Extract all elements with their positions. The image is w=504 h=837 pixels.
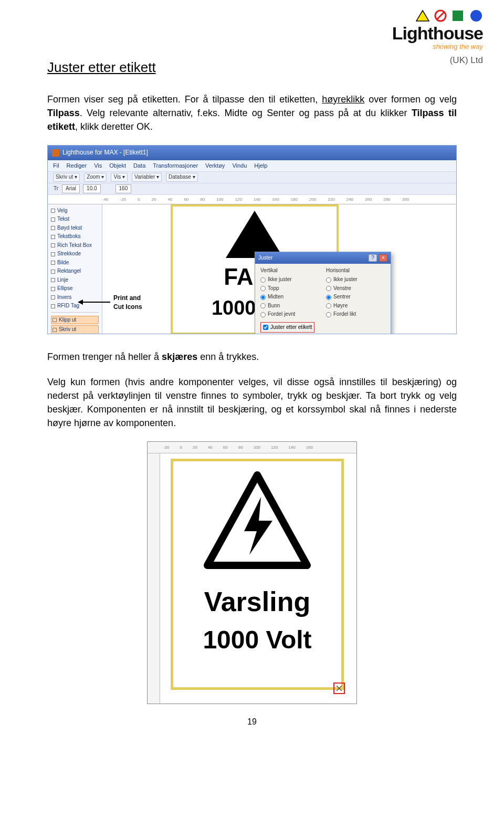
screenshot-app-window: Lighthouse for MAX - [Etikett1] FilRedig… bbox=[47, 145, 457, 334]
scissors-icon bbox=[335, 685, 343, 692]
logo-suffix: (UK) Ltd bbox=[392, 54, 483, 67]
svg-rect-5 bbox=[52, 149, 59, 157]
menubar[interactable]: FilRedigerVisObjektDataTransformasjonerV… bbox=[48, 160, 456, 172]
radio-option[interactable]: Venstre bbox=[326, 284, 385, 293]
radio-option[interactable]: Fordel jevnt bbox=[260, 310, 320, 319]
radio-option[interactable]: Midten bbox=[260, 293, 320, 302]
radio-option[interactable]: Topp bbox=[260, 284, 320, 293]
ruler-top-2: -20020406080100120140160 bbox=[148, 442, 356, 453]
toolbox-item[interactable]: Rektangel bbox=[51, 267, 99, 276]
intro-paragraph: Formen viser seg på etiketten. For å til… bbox=[47, 92, 457, 133]
menu-item[interactable]: Rediger bbox=[67, 162, 87, 170]
prohibit-icon bbox=[434, 9, 447, 22]
logo-tagline: showing the way bbox=[392, 42, 483, 52]
toolbox-item[interactable]: RFID Tag bbox=[51, 302, 99, 311]
menu-item[interactable]: Hjelp bbox=[254, 162, 267, 170]
menu-item[interactable]: Objekt bbox=[109, 162, 126, 170]
toolbar-item[interactable]: Zoom ▾ bbox=[84, 173, 107, 182]
window-titlebar: Lighthouse for MAX - [Etikett1] bbox=[48, 146, 456, 160]
svg-rect-3 bbox=[453, 11, 463, 21]
brand-logo: Lighthouse showing the way (UK) Ltd bbox=[392, 9, 483, 67]
warning-triangle-icon bbox=[226, 211, 284, 258]
toolbox-item[interactable]: Bøyd tekst bbox=[51, 224, 99, 233]
radio-option[interactable]: Bunn bbox=[260, 302, 320, 311]
paragraph-3: Velg kun formen (hvis andre komponenter … bbox=[47, 375, 457, 430]
app-icon bbox=[52, 149, 59, 157]
toolbox-item[interactable]: Velg bbox=[51, 206, 99, 215]
menu-item[interactable]: Vindu bbox=[232, 162, 247, 170]
toolbox-item[interactable]: Tekstboks bbox=[51, 232, 99, 241]
toolbox-item[interactable]: Rich Tekst Box bbox=[51, 241, 99, 250]
toolbox-item-highlighted[interactable]: Skriv ut bbox=[51, 325, 99, 334]
toolbox-item[interactable]: Ellipse bbox=[51, 284, 99, 293]
toolbar-item[interactable]: Vis ▾ bbox=[111, 173, 128, 182]
canvas[interactable]: FARE 1000 Volt Juster ? × bbox=[102, 204, 456, 334]
toolbar-item[interactable]: Database ▾ bbox=[166, 173, 198, 182]
toolbar-row-2[interactable]: Tr Arial 10.0 160 bbox=[48, 183, 456, 195]
menu-item[interactable]: Verktøy bbox=[205, 162, 225, 170]
ruler-top: -40-200204060801001201401601802002202402… bbox=[48, 195, 456, 204]
label2-text-2: 1000 Volt bbox=[173, 622, 341, 658]
toolbar-item[interactable]: Variabler ▾ bbox=[132, 173, 162, 182]
menu-item[interactable]: Transformasjoner bbox=[153, 162, 198, 170]
page-number: 19 bbox=[47, 716, 457, 728]
circle-icon bbox=[469, 9, 483, 22]
font-name[interactable]: Arial bbox=[62, 184, 80, 193]
other-field[interactable]: 160 bbox=[116, 184, 132, 193]
help-icon[interactable]: ? bbox=[369, 254, 377, 262]
juster-dialog: Juster ? × Vertikal Ikke justerToppMidte… bbox=[255, 252, 391, 334]
close-icon[interactable]: × bbox=[379, 254, 387, 262]
callout-text: Print and Cut Icons bbox=[113, 294, 142, 312]
square-icon bbox=[452, 9, 465, 22]
svg-point-4 bbox=[470, 10, 482, 22]
menu-item[interactable]: Vis bbox=[94, 162, 102, 170]
toolbox-item[interactable]: Invers bbox=[51, 293, 99, 302]
toolbox-item[interactable]: Strekkode bbox=[51, 250, 99, 259]
svg-marker-0 bbox=[416, 11, 429, 21]
toolbar-row-1[interactable]: Skriv ut ▾Zoom ▾Vis ▾Variabler ▾Database… bbox=[48, 172, 456, 183]
menu-item[interactable]: Fil bbox=[53, 162, 59, 170]
font-size[interactable]: 10.0 bbox=[83, 184, 100, 193]
toolbox-item[interactable]: Linje bbox=[51, 276, 99, 285]
label2-text-1: Varsling bbox=[173, 582, 341, 622]
cut-marker-highlight bbox=[333, 683, 345, 694]
radio-option[interactable]: Sentrer bbox=[326, 293, 385, 302]
label-card-2: Varsling 1000 Volt bbox=[171, 459, 344, 690]
horizontal-group: Horisontal Ikke justerVenstreSentrerHøyr… bbox=[326, 267, 385, 319]
triangle-icon bbox=[416, 9, 429, 22]
warning-triangle-bolt-icon bbox=[202, 471, 312, 571]
toolbar-item[interactable]: Skriv ut ▾ bbox=[53, 173, 80, 182]
radio-option[interactable]: Ikke juster bbox=[260, 275, 320, 284]
juster-etter-etikett-checkbox[interactable]: Juster etter etikett bbox=[260, 322, 314, 333]
svg-marker-7 bbox=[244, 497, 272, 555]
callout-arrow-icon bbox=[79, 302, 110, 303]
ruler-side bbox=[148, 453, 160, 704]
dialog-titlebar: Juster ? × bbox=[255, 252, 391, 264]
vertical-group: Vertikal Ikke justerToppMidtenBunnFordel… bbox=[260, 267, 320, 319]
radio-option[interactable]: Ikke juster bbox=[326, 275, 385, 284]
radio-option[interactable]: Fordel likt bbox=[326, 310, 385, 319]
menu-item[interactable]: Data bbox=[133, 162, 145, 170]
toolbox-item[interactable]: Tekst bbox=[51, 215, 99, 224]
paragraph-2: Formen trenger nå heller å skjæres enn å… bbox=[47, 350, 457, 364]
toolbox-item-highlighted[interactable]: Klipp ut bbox=[51, 315, 99, 325]
radio-option[interactable]: Høyre bbox=[326, 302, 385, 311]
toolbox-item[interactable]: Bilde bbox=[51, 259, 99, 267]
screenshot-label-preview: -20020406080100120140160 Varsling 1000 V… bbox=[147, 441, 357, 704]
logo-icons bbox=[392, 9, 483, 22]
logo-name: Lighthouse bbox=[392, 24, 483, 42]
toolbox[interactable]: VelgTekstBøyd tekstTekstboksRich Tekst B… bbox=[48, 204, 102, 334]
